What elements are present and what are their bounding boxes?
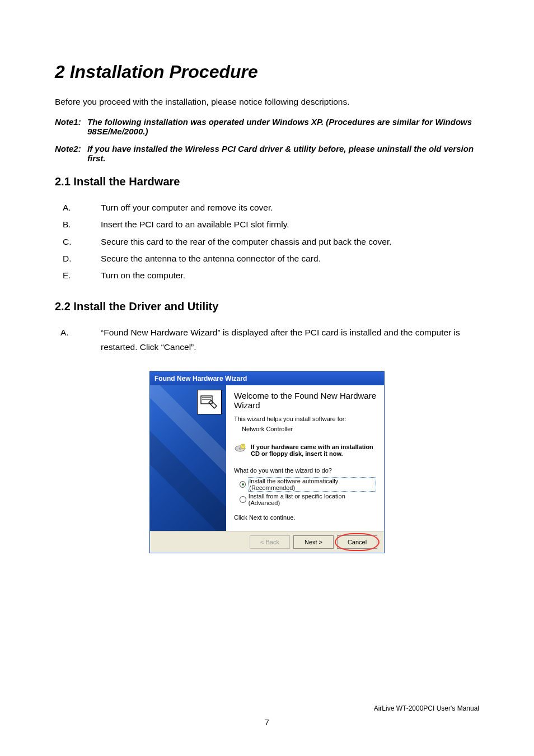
page-number: 7 — [0, 718, 534, 727]
note-2-label: Note2: — [55, 144, 87, 163]
list-item: A. “Found New Hardware Wizard” is displa… — [55, 325, 479, 355]
list-text: Insert the PCI card to an available PCI … — [101, 217, 479, 232]
wizard-cd-text: If your hardware came with an installati… — [251, 444, 376, 457]
wizard-question: What do you want the wizard to do? — [234, 467, 376, 474]
list-text: Turn on the computer. — [101, 268, 479, 283]
wizard-cd-hint: ! If your hardware came with an installa… — [234, 444, 376, 457]
list-letter: E. — [63, 268, 74, 283]
cancel-button-label: Cancel — [348, 539, 367, 545]
radio-unselected-icon — [240, 496, 246, 503]
list-item: A. Turn off your computer and remove its… — [55, 200, 479, 215]
wizard-dialog: Found New Hardware Wizard Welcome to the… — [149, 371, 385, 553]
wizard-radio-advanced[interactable]: Install from a list or specific location… — [240, 493, 376, 506]
back-button: < Back — [250, 535, 290, 549]
section-2-2-title: 2.2 Install the Driver and Utility — [55, 300, 479, 313]
wizard-heading: Welcome to the Found New Hardware Wizard — [234, 391, 376, 410]
list-letter: D. — [63, 251, 74, 266]
list-text: Turn off your computer and remove its co… — [101, 200, 479, 215]
list-letter: A. — [63, 200, 74, 215]
radio-selected-icon — [240, 481, 246, 488]
wizard-body: Welcome to the Found New Hardware Wizard… — [150, 385, 384, 531]
note-1-text: The following installation was operated … — [87, 117, 479, 136]
hardware-icon — [197, 390, 222, 414]
chapter-title: 2 Installation Procedure — [55, 62, 479, 82]
list-text: “Found New Hardware Wizard” is displayed… — [101, 325, 479, 355]
list-letter: A. — [60, 325, 72, 355]
footer-brand: AirLive WT-2000PCI User's Manual — [374, 704, 479, 712]
list-letter: C. — [63, 235, 74, 249]
wizard-titlebar: Found New Hardware Wizard — [150, 372, 384, 385]
wizard-radio-auto[interactable]: Install the software automatically (Reco… — [240, 477, 376, 492]
wizard-helps-label: This wizard helps you install software f… — [234, 416, 376, 422]
note-2: Note2: If you have installed the Wireles… — [55, 144, 479, 163]
section-2-1-list: A. Turn off your computer and remove its… — [55, 200, 479, 283]
wizard-main: Welcome to the Found New Hardware Wizard… — [226, 385, 384, 531]
cd-icon: ! — [234, 444, 246, 456]
wizard-radio-auto-label: Install the software automatically (Reco… — [248, 477, 376, 492]
page: 2 Installation Procedure Before you proc… — [0, 0, 534, 756]
list-text: Secure the antenna to the antenna connec… — [101, 251, 479, 266]
list-item: D. Secure the antenna to the antenna con… — [55, 251, 479, 266]
section-2-1-title: 2.1 Install the Hardware — [55, 175, 479, 188]
list-item: B. Insert the PCI card to an available P… — [55, 217, 479, 232]
next-button[interactable]: Next > — [293, 535, 334, 549]
wizard-button-bar: < Back Next > Cancel — [150, 531, 384, 553]
list-item: C. Secure this card to the rear of the c… — [55, 235, 479, 249]
note-1-label: Note1: — [55, 117, 87, 136]
list-letter: B. — [63, 217, 74, 232]
section-2-2-list: A. “Found New Hardware Wizard” is displa… — [55, 325, 479, 355]
svg-point-4 — [239, 448, 241, 449]
wizard-radio-advanced-label: Install from a list or specific location… — [249, 493, 376, 506]
wizard-device-name: Network Controller — [242, 426, 376, 432]
intro-paragraph: Before you proceed with the installation… — [55, 97, 479, 107]
note-2-text: If you have installed the Wireless PCI C… — [87, 144, 479, 163]
list-text: Secure this card to the rear of the comp… — [101, 235, 479, 249]
note-1: Note1: The following installation was op… — [55, 117, 479, 136]
list-item: E. Turn on the computer. — [55, 268, 479, 283]
cancel-button[interactable]: Cancel — [337, 535, 377, 549]
svg-rect-0 — [201, 396, 212, 404]
wizard-continue-hint: Click Next to continue. — [234, 514, 376, 521]
wizard-side-graphic — [150, 385, 226, 531]
